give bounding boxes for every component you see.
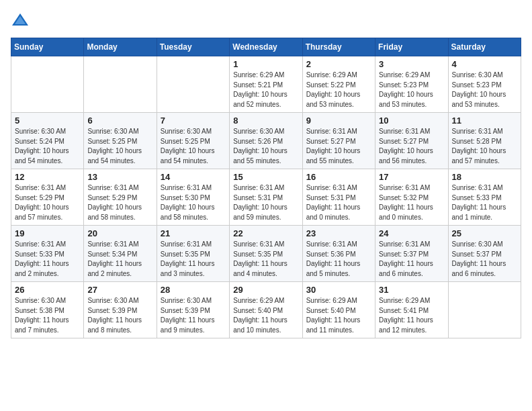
day-cell: 25Sunrise: 6:30 AM Sunset: 5:37 PM Dayli… [448,226,521,282]
day-cell [157,56,229,113]
day-info: Sunrise: 6:31 AM Sunset: 5:36 PM Dayligh… [306,240,371,279]
day-cell: 4Sunrise: 6:30 AM Sunset: 5:23 PM Daylig… [448,56,521,113]
day-cell: 12Sunrise: 6:31 AM Sunset: 5:29 PM Dayli… [11,169,84,226]
day-info: Sunrise: 6:30 AM Sunset: 5:25 PM Dayligh… [87,127,152,166]
day-cell [448,282,521,338]
week-row-5: 26Sunrise: 6:30 AM Sunset: 5:38 PM Dayli… [11,282,521,338]
header-cell-tuesday: Tuesday [157,38,229,56]
day-info: Sunrise: 6:30 AM Sunset: 5:39 PM Dayligh… [87,296,152,335]
day-number: 26 [15,285,80,295]
day-number: 16 [306,172,371,182]
day-cell: 8Sunrise: 6:30 AM Sunset: 5:26 PM Daylig… [230,113,302,169]
day-number: 17 [379,172,444,182]
day-number: 15 [233,172,298,182]
day-info: Sunrise: 6:31 AM Sunset: 5:34 PM Dayligh… [87,240,152,279]
day-number: 20 [87,228,152,238]
day-cell: 27Sunrise: 6:30 AM Sunset: 5:39 PM Dayli… [84,282,157,338]
day-info: Sunrise: 6:31 AM Sunset: 5:32 PM Dayligh… [379,183,444,222]
day-number: 4 [452,59,517,69]
header-cell-friday: Friday [375,38,448,56]
day-number: 9 [306,116,371,126]
day-info: Sunrise: 6:29 AM Sunset: 5:40 PM Dayligh… [306,296,371,335]
day-info: Sunrise: 6:30 AM Sunset: 5:23 PM Dayligh… [452,71,517,109]
day-cell: 5Sunrise: 6:30 AM Sunset: 5:24 PM Daylig… [11,113,84,169]
logo-icon [11,11,30,30]
day-number: 27 [87,285,152,295]
day-info: Sunrise: 6:29 AM Sunset: 5:40 PM Dayligh… [233,296,298,335]
day-info: Sunrise: 6:31 AM Sunset: 5:31 PM Dayligh… [306,183,371,222]
day-info: Sunrise: 6:31 AM Sunset: 5:33 PM Dayligh… [15,240,80,279]
day-number: 22 [233,228,298,238]
day-cell: 1Sunrise: 6:29 AM Sunset: 5:21 PM Daylig… [230,56,302,113]
day-info: Sunrise: 6:29 AM Sunset: 5:21 PM Dayligh… [233,71,298,109]
header-cell-wednesday: Wednesday [230,38,302,56]
day-cell: 10Sunrise: 6:31 AM Sunset: 5:27 PM Dayli… [375,113,448,169]
day-number: 23 [306,228,371,238]
day-cell: 14Sunrise: 6:31 AM Sunset: 5:30 PM Dayli… [157,169,229,226]
day-info: Sunrise: 6:29 AM Sunset: 5:41 PM Dayligh… [379,296,444,335]
day-cell: 2Sunrise: 6:29 AM Sunset: 5:22 PM Daylig… [302,56,375,113]
day-cell: 21Sunrise: 6:31 AM Sunset: 5:35 PM Dayli… [157,226,229,282]
day-number: 28 [161,285,226,295]
day-number: 21 [161,228,226,238]
day-cell: 18Sunrise: 6:31 AM Sunset: 5:33 PM Dayli… [448,169,521,226]
day-cell: 24Sunrise: 6:31 AM Sunset: 5:37 PM Dayli… [375,226,448,282]
day-number: 14 [161,172,226,182]
day-cell: 3Sunrise: 6:29 AM Sunset: 5:23 PM Daylig… [375,56,448,113]
day-info: Sunrise: 6:31 AM Sunset: 5:35 PM Dayligh… [233,240,298,279]
day-info: Sunrise: 6:31 AM Sunset: 5:27 PM Dayligh… [306,127,371,166]
day-cell: 20Sunrise: 6:31 AM Sunset: 5:34 PM Dayli… [84,226,157,282]
day-info: Sunrise: 6:31 AM Sunset: 5:27 PM Dayligh… [379,127,444,166]
week-row-4: 19Sunrise: 6:31 AM Sunset: 5:33 PM Dayli… [11,226,521,282]
day-number: 1 [233,59,298,69]
header-row: SundayMondayTuesdayWednesdayThursdayFrid… [11,38,521,56]
day-info: Sunrise: 6:31 AM Sunset: 5:29 PM Dayligh… [87,183,152,222]
week-row-3: 12Sunrise: 6:31 AM Sunset: 5:29 PM Dayli… [11,169,521,226]
header-cell-saturday: Saturday [448,38,521,56]
day-number: 6 [87,116,152,126]
day-number: 7 [161,116,226,126]
day-cell: 26Sunrise: 6:30 AM Sunset: 5:38 PM Dayli… [11,282,84,338]
day-cell: 11Sunrise: 6:31 AM Sunset: 5:28 PM Dayli… [448,113,521,169]
day-number: 31 [379,285,444,295]
day-number: 29 [233,285,298,295]
day-cell: 31Sunrise: 6:29 AM Sunset: 5:41 PM Dayli… [375,282,448,338]
day-info: Sunrise: 6:30 AM Sunset: 5:25 PM Dayligh… [161,127,226,166]
day-number: 30 [306,285,371,295]
week-row-1: 1Sunrise: 6:29 AM Sunset: 5:21 PM Daylig… [11,56,521,113]
day-info: Sunrise: 6:30 AM Sunset: 5:38 PM Dayligh… [15,296,80,335]
day-cell: 23Sunrise: 6:31 AM Sunset: 5:36 PM Dayli… [302,226,375,282]
day-cell: 6Sunrise: 6:30 AM Sunset: 5:25 PM Daylig… [84,113,157,169]
day-number: 12 [15,172,80,182]
day-info: Sunrise: 6:31 AM Sunset: 5:35 PM Dayligh… [161,240,226,279]
day-cell [11,56,84,113]
day-cell [84,56,157,113]
day-number: 10 [379,116,444,126]
day-cell: 15Sunrise: 6:31 AM Sunset: 5:31 PM Dayli… [230,169,302,226]
day-cell: 28Sunrise: 6:30 AM Sunset: 5:39 PM Dayli… [157,282,229,338]
day-info: Sunrise: 6:30 AM Sunset: 5:39 PM Dayligh… [161,296,226,335]
day-number: 3 [379,59,444,69]
day-number: 11 [452,116,517,126]
day-number: 5 [15,116,80,126]
day-cell: 30Sunrise: 6:29 AM Sunset: 5:40 PM Dayli… [302,282,375,338]
day-number: 24 [379,228,444,238]
day-cell: 16Sunrise: 6:31 AM Sunset: 5:31 PM Dayli… [302,169,375,226]
day-cell: 22Sunrise: 6:31 AM Sunset: 5:35 PM Dayli… [230,226,302,282]
day-info: Sunrise: 6:31 AM Sunset: 5:31 PM Dayligh… [233,183,298,222]
day-info: Sunrise: 6:31 AM Sunset: 5:33 PM Dayligh… [452,183,517,222]
day-number: 18 [452,172,517,182]
day-info: Sunrise: 6:29 AM Sunset: 5:23 PM Dayligh… [379,71,444,109]
day-cell: 7Sunrise: 6:30 AM Sunset: 5:25 PM Daylig… [157,113,229,169]
header-cell-sunday: Sunday [11,38,84,56]
day-number: 13 [87,172,152,182]
week-row-2: 5Sunrise: 6:30 AM Sunset: 5:24 PM Daylig… [11,113,521,169]
day-number: 25 [452,228,517,238]
page-header [11,11,521,30]
day-info: Sunrise: 6:30 AM Sunset: 5:24 PM Dayligh… [15,127,80,166]
header-cell-monday: Monday [84,38,157,56]
day-info: Sunrise: 6:31 AM Sunset: 5:30 PM Dayligh… [161,183,226,222]
day-number: 2 [306,59,371,69]
day-info: Sunrise: 6:30 AM Sunset: 5:26 PM Dayligh… [233,127,298,166]
day-cell: 9Sunrise: 6:31 AM Sunset: 5:27 PM Daylig… [302,113,375,169]
